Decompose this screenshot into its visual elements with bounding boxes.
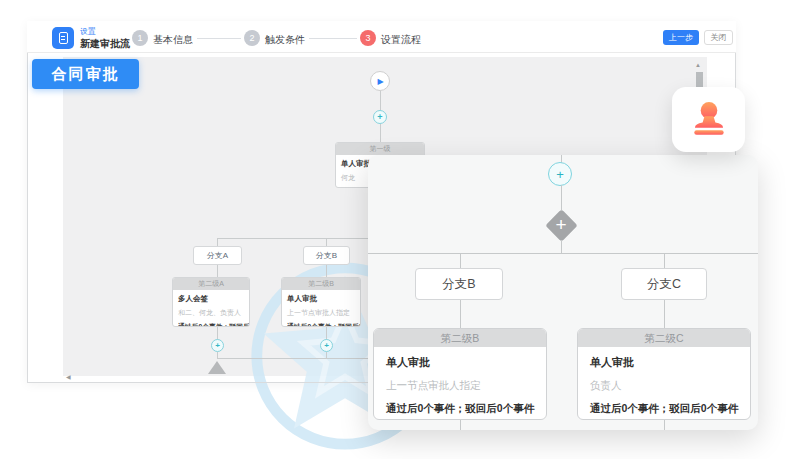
step-1-circle[interactable]: 1 <box>132 30 148 46</box>
step-2-circle[interactable]: 2 <box>244 30 260 46</box>
level1-card-title: 第一级 <box>336 143 424 155</box>
level2c-card-title: 第二级C <box>578 329 750 347</box>
stamp-card <box>672 87 745 152</box>
add-node-button[interactable]: + <box>320 339 333 352</box>
close-button[interactable]: 关闭 <box>704 30 733 45</box>
previous-step-button[interactable]: 上一步 <box>663 30 699 45</box>
branch-b-node-zoomed[interactable]: 分支B <box>415 268 503 300</box>
stamp-icon <box>686 97 732 143</box>
gateway-plus-icon: + <box>545 209 577 241</box>
end-node-icon <box>208 361 226 374</box>
level2c-card-zoomed[interactable]: 第二级C 单人审批 负责人 通过后0个事件；驳回后0个事件 <box>577 328 751 420</box>
zoomed-flow-panel: + + 分支B 分支C 第二级B 单人审批 上一节点审批人指定 通过后0个事件；… <box>368 155 758 430</box>
app-logo-icon <box>52 27 74 49</box>
screenshot-stage: 设置 新建审批流 1 基本信息 2 触发条件 3 设置流程 上一步 关闭 ▲ ◀… <box>0 0 792 459</box>
step-2-label: 触发条件 <box>265 33 305 47</box>
add-node-button[interactable]: + <box>211 339 224 352</box>
app-title: 新建审批流 <box>80 37 130 51</box>
app-subtitle: 设置 <box>80 26 96 37</box>
step-connector <box>309 38 357 39</box>
add-node-button[interactable]: + <box>373 110 387 124</box>
play-icon: ▶ <box>377 77 383 86</box>
add-node-button[interactable]: + <box>548 162 572 186</box>
gateway-node[interactable]: + <box>545 209 577 241</box>
scroll-left-icon[interactable]: ◀ <box>66 373 71 380</box>
level2a-card[interactable]: 第二级A 多人会签 和二、何龙、负责人 通过后0个事件；驳回后0个事件 <box>172 277 250 327</box>
start-node[interactable]: ▶ <box>370 71 390 91</box>
branch-a-node[interactable]: 分支A <box>193 246 242 265</box>
branch-c-node-zoomed[interactable]: 分支C <box>621 268 707 300</box>
level2b-card-title: 第二级B <box>282 278 360 290</box>
level2b-card-title: 第二级B <box>374 329 546 347</box>
flow-name-tag: 合同审批 <box>32 59 139 89</box>
step-connector <box>197 38 241 39</box>
level2b-card[interactable]: 第二级B 单人审批 上一节点审批人指定 通过后0个事件；驳回后0个事件 <box>281 277 361 327</box>
step-3-circle[interactable]: 3 <box>360 30 376 46</box>
step-3-label: 设置流程 <box>381 33 421 47</box>
level2b-card-zoomed[interactable]: 第二级B 单人审批 上一节点审批人指定 通过后0个事件；驳回后0个事件 <box>373 328 547 420</box>
level2a-card-title: 第二级A <box>173 278 249 290</box>
step-1-label: 基本信息 <box>153 33 193 47</box>
branch-b-node[interactable]: 分支B <box>303 246 350 265</box>
scroll-up-icon[interactable]: ▲ <box>695 62 701 68</box>
